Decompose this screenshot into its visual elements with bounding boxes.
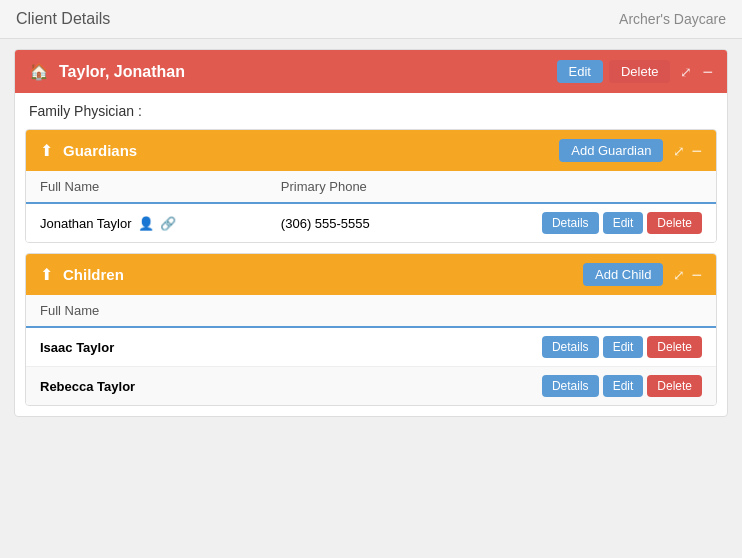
child-name-cell: Rebecca Taylor xyxy=(26,367,299,406)
client-header-controls: Edit Delete xyxy=(557,60,671,83)
guardians-table: Full Name Primary Phone Jonathan Taylor … xyxy=(26,171,716,242)
guardians-col-actions xyxy=(439,171,716,203)
add-child-button[interactable]: Add Child xyxy=(583,263,663,286)
client-card: 🏠 Taylor, Jonathan Edit Delete ⤢ − Famil… xyxy=(14,49,728,417)
guardians-header-icons: ⤢ − xyxy=(673,142,702,160)
family-physician-row: Family Physician : xyxy=(15,93,727,129)
client-expand-icon[interactable]: ⤢ xyxy=(680,64,692,80)
guardians-col-phone: Primary Phone xyxy=(267,171,439,203)
child-row: Isaac Taylor Details Edit Delete xyxy=(26,327,716,367)
guardians-title: Guardians xyxy=(63,142,549,159)
guardian-details-button[interactable]: Details xyxy=(542,212,599,234)
child-edit-button[interactable]: Edit xyxy=(603,375,644,397)
children-table: Full Name Isaac Taylor Details Edit Dele… xyxy=(26,295,716,405)
client-header: 🏠 Taylor, Jonathan Edit Delete ⤢ − xyxy=(15,50,727,93)
top-bar: Client Details Archer's Daycare xyxy=(0,0,742,39)
guardian-name: Jonathan Taylor xyxy=(40,216,132,231)
client-person-icon: 🏠 xyxy=(29,62,49,81)
guardians-collapse-icon[interactable]: − xyxy=(691,142,702,160)
child-delete-button[interactable]: Delete xyxy=(647,336,702,358)
child-row: Rebecca Taylor Details Edit Delete xyxy=(26,367,716,406)
child-name-cell: Isaac Taylor xyxy=(26,327,299,367)
guardians-table-header-row: Full Name Primary Phone xyxy=(26,171,716,203)
children-col-fullname: Full Name xyxy=(26,295,299,327)
children-title: Children xyxy=(63,266,573,283)
client-collapse-icon[interactable]: − xyxy=(702,63,713,81)
guardian-person-icon: 👤 xyxy=(138,216,154,231)
guardian-name-cell: Jonathan Taylor 👤 🔗 xyxy=(26,203,267,242)
guardian-link-icon[interactable]: 🔗 xyxy=(160,216,176,231)
guardians-header: ⬆ Guardians Add Guardian ⤢ − xyxy=(26,130,716,171)
client-name: Taylor, Jonathan xyxy=(59,63,547,81)
guardians-expand-icon[interactable]: ⤢ xyxy=(673,143,685,159)
children-header-icons: ⤢ − xyxy=(673,266,702,284)
client-edit-button[interactable]: Edit xyxy=(557,60,603,83)
children-table-header-row: Full Name xyxy=(26,295,716,327)
page-title: Client Details xyxy=(16,10,110,28)
family-physician-label: Family Physician : xyxy=(29,103,142,119)
children-header: ⬆ Children Add Child ⤢ − xyxy=(26,254,716,295)
guardians-upload-icon: ⬆ xyxy=(40,141,53,160)
guardian-delete-button[interactable]: Delete xyxy=(647,212,702,234)
guardians-col-fullname: Full Name xyxy=(26,171,267,203)
guardian-edit-button[interactable]: Edit xyxy=(603,212,644,234)
child-details-button[interactable]: Details xyxy=(542,375,599,397)
main-content: 🏠 Taylor, Jonathan Edit Delete ⤢ − Famil… xyxy=(0,39,742,427)
children-expand-icon[interactable]: ⤢ xyxy=(673,267,685,283)
children-section: ⬆ Children Add Child ⤢ − Full Name Isaac… xyxy=(25,253,717,406)
children-upload-icon: ⬆ xyxy=(40,265,53,284)
child-details-button[interactable]: Details xyxy=(542,336,599,358)
child-actions-cell: Details Edit Delete xyxy=(299,327,716,367)
guardians-section: ⬆ Guardians Add Guardian ⤢ − Full Name P… xyxy=(25,129,717,243)
guardian-row: Jonathan Taylor 👤 🔗 (306) 555-5555 Detai… xyxy=(26,203,716,242)
guardian-phone-cell: (306) 555-5555 xyxy=(267,203,439,242)
client-delete-button[interactable]: Delete xyxy=(609,60,671,83)
child-edit-button[interactable]: Edit xyxy=(603,336,644,358)
add-guardian-button[interactable]: Add Guardian xyxy=(559,139,663,162)
children-col-actions xyxy=(299,295,716,327)
guardian-actions-cell: Details Edit Delete xyxy=(439,203,716,242)
child-actions-cell: Details Edit Delete xyxy=(299,367,716,406)
brand-name: Archer's Daycare xyxy=(619,11,726,27)
children-collapse-icon[interactable]: − xyxy=(691,266,702,284)
child-delete-button[interactable]: Delete xyxy=(647,375,702,397)
